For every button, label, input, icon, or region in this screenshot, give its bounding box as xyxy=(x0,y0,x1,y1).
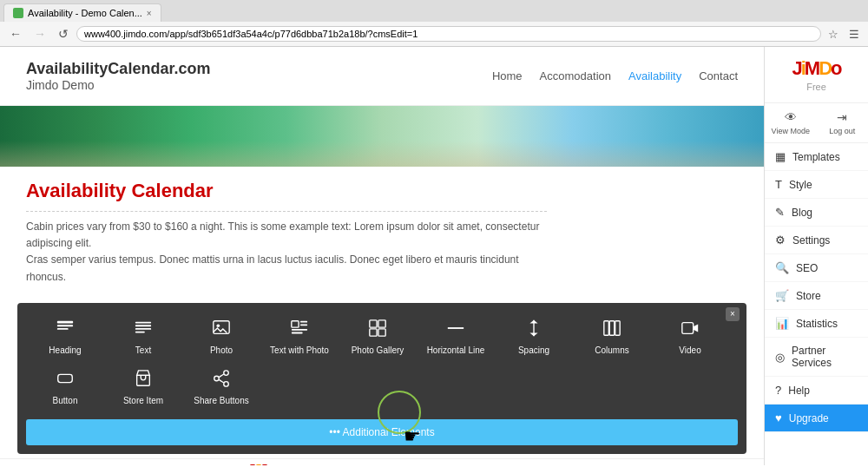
picker-item-text-with-photo[interactable]: Text with Photo xyxy=(260,312,339,362)
sidebar-item-help[interactable]: ? Help xyxy=(765,377,868,405)
video-icon xyxy=(681,319,700,342)
tab-close-btn[interactable]: × xyxy=(147,9,152,18)
svg-rect-4 xyxy=(135,325,151,326)
heading-label: Heading xyxy=(49,345,81,355)
picker-item-heading[interactable]: Heading xyxy=(26,312,104,362)
svg-rect-3 xyxy=(135,321,151,323)
templates-label: Templates xyxy=(792,151,840,163)
sidebar-item-blog[interactable]: ✎ Blog xyxy=(765,199,868,227)
menu-icon[interactable]: ☰ xyxy=(845,26,863,43)
templates-icon: ▦ xyxy=(775,150,786,163)
site-title-main: AvailabilityCalendar.com xyxy=(26,60,210,78)
forward-button[interactable]: → xyxy=(30,25,50,43)
address-bar[interactable] xyxy=(76,26,821,42)
page-description: Cabin prices vary from $30 to $160 a nig… xyxy=(26,211,547,286)
svg-rect-23 xyxy=(682,322,694,333)
blog-label: Blog xyxy=(792,207,812,219)
picker-item-spacing[interactable]: Spacing xyxy=(495,312,573,362)
picker-item-photo[interactable]: Photo xyxy=(182,312,260,362)
settings-label: Settings xyxy=(792,234,830,247)
sidebar-item-upgrade[interactable]: ♥ Upgrade xyxy=(765,405,868,432)
svg-rect-22 xyxy=(615,321,621,336)
style-icon: T xyxy=(775,178,782,191)
tab-title: Availability - Demo Calen... xyxy=(28,8,142,18)
picker-item-video[interactable]: Video xyxy=(651,312,729,362)
upgrade-label: Upgrade xyxy=(789,412,829,424)
svg-rect-13 xyxy=(292,332,303,333)
star-icon[interactable]: ☆ xyxy=(825,26,842,43)
nav-home[interactable]: Home xyxy=(492,69,523,82)
svg-rect-0 xyxy=(57,321,73,324)
picker-item-share-buttons[interactable]: Share Buttons xyxy=(182,362,260,412)
text-label: Text xyxy=(135,345,151,355)
photo-gallery-icon xyxy=(368,319,387,342)
website-area: AvailabilityCalendar.com Jimdo Demo Home… xyxy=(0,47,764,465)
settings-icon: ⚙ xyxy=(775,234,786,247)
video-label: Video xyxy=(679,345,700,355)
svg-rect-31 xyxy=(250,464,255,465)
logo-m: M xyxy=(805,57,819,79)
log-out-icon: ⇥ xyxy=(837,110,847,124)
sidebar-item-store[interactable]: 🛒 Store xyxy=(765,282,868,310)
picker-item-store-item[interactable]: Store Item xyxy=(104,362,182,412)
additional-elements-container: ••• Additional Elements ☛ xyxy=(26,419,738,445)
sidebar-item-statistics[interactable]: 📊 Statistics xyxy=(765,310,868,338)
picker-item-columns[interactable]: Columns xyxy=(573,312,651,362)
nav-accomodation[interactable]: Accomodation xyxy=(540,69,611,82)
jimdo-free-label: Free xyxy=(806,82,826,92)
sidebar-item-partner-services[interactable]: ◎ Partner Services xyxy=(765,338,868,377)
refresh-button[interactable]: ↺ xyxy=(54,25,73,43)
log-out-button[interactable]: ⇥ Log out xyxy=(817,103,869,142)
view-mode-button[interactable]: 👁 View Mode xyxy=(765,103,817,142)
blog-icon: ✎ xyxy=(775,206,785,219)
sidebar-item-style[interactable]: T Style xyxy=(765,171,868,199)
svg-rect-5 xyxy=(135,328,151,330)
partner-services-icon: ◎ xyxy=(775,351,785,364)
jimdo-logo-small xyxy=(250,464,267,465)
store-icon: 🛒 xyxy=(775,289,789,302)
svg-line-29 xyxy=(219,374,224,378)
site-nav: Home Accomodation Availability Contact xyxy=(492,69,738,82)
svg-rect-9 xyxy=(292,321,299,327)
sidebar-item-templates[interactable]: ▦ Templates xyxy=(765,143,868,171)
svg-rect-24 xyxy=(58,374,73,382)
site-title-sub: Jimdo Demo xyxy=(26,78,210,92)
nav-contact[interactable]: Contact xyxy=(699,69,738,82)
upgrade-icon: ♥ xyxy=(775,411,782,424)
browser-tab[interactable]: Availability - Demo Calen... × xyxy=(3,3,161,22)
description-line1: Cabin prices vary from $30 to $160 a nig… xyxy=(26,219,547,252)
svg-point-27 xyxy=(214,376,220,381)
columns-label: Columns xyxy=(595,345,628,355)
description-line2: Cras semper varius tempus. Donec mattis … xyxy=(26,252,547,285)
tab-favicon xyxy=(13,8,23,18)
store-item-icon xyxy=(134,369,153,392)
sidebar-item-settings[interactable]: ⚙ Settings xyxy=(765,227,868,254)
picker-item-button[interactable]: Button xyxy=(26,362,104,412)
element-picker: × Heading Text xyxy=(17,303,746,454)
svg-rect-11 xyxy=(300,324,307,326)
spacing-label: Spacing xyxy=(518,345,549,355)
svg-rect-21 xyxy=(609,321,615,336)
jimdo-logo: JiMDo xyxy=(792,57,840,80)
horizontal-line-label: Horizontal Line xyxy=(427,345,485,355)
statistics-label: Statistics xyxy=(796,318,838,330)
svg-rect-7 xyxy=(214,321,229,334)
picker-item-horizontal-line[interactable]: Horizontal Line xyxy=(417,312,495,362)
nav-availability[interactable]: Availability xyxy=(628,69,681,82)
svg-line-30 xyxy=(219,379,224,383)
picker-item-text[interactable]: Text xyxy=(104,312,182,362)
logo-j: J xyxy=(792,57,800,79)
photo-gallery-label: Photo Gallery xyxy=(352,345,404,355)
svg-point-8 xyxy=(217,324,220,327)
back-button[interactable]: ← xyxy=(5,25,26,43)
picker-item-photo-gallery[interactable]: Photo Gallery xyxy=(339,312,417,362)
picker-close-button[interactable]: × xyxy=(726,307,740,321)
sidebar-item-seo[interactable]: 🔍 SEO xyxy=(765,254,868,282)
svg-rect-10 xyxy=(300,321,307,323)
additional-elements-button[interactable]: ••• Additional Elements xyxy=(26,419,738,445)
view-mode-label: View Mode xyxy=(772,127,810,135)
site-title-block: AvailabilityCalendar.com Jimdo Demo xyxy=(26,60,210,92)
picker-grid: Heading Text Photo xyxy=(26,312,738,412)
button-icon xyxy=(56,369,75,392)
help-label: Help xyxy=(788,385,810,397)
